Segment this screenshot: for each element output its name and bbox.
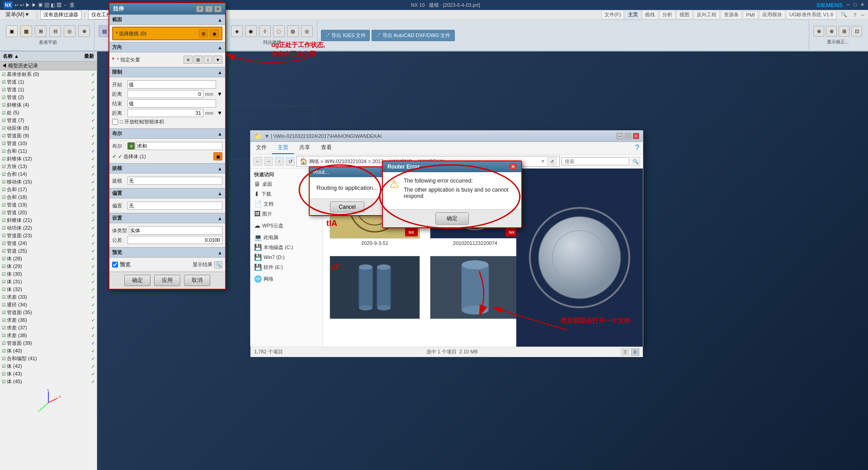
explorer-close-btn[interactable]: ✕ <box>633 133 639 139</box>
tree-item-9[interactable]: ☑ 管道面 (9) ✓ <box>0 132 97 140</box>
tree-item-30[interactable]: ☑ 体 (30) ✓ <box>0 270 97 278</box>
section-header-direction[interactable]: 方向 ▲ <box>109 42 225 52</box>
display-btn-1[interactable]: ⊕ <box>813 26 824 37</box>
section-header-cutmian[interactable]: 截面 ▲ <box>109 14 225 25</box>
select-curve-box[interactable]: * 选择曲线 (0) ⊞ ◉ <box>112 27 222 40</box>
back-button[interactable]: ← <box>253 157 262 166</box>
section-header-limit[interactable]: 限制 ▲ <box>109 67 225 77</box>
dialog-help-button[interactable]: ? <box>196 6 203 12</box>
router-ok-button[interactable]: 确定 <box>435 212 469 225</box>
up-button[interactable]: ↑ <box>275 157 284 166</box>
sidebar-item-wps[interactable]: ☁ WPS云盘 <box>252 221 321 230</box>
tree-item-29[interactable]: ☑ 体 (29) ✓ <box>0 263 97 270</box>
ribbon-tab-reverse[interactable]: 反向工程 <box>693 10 720 19</box>
tree-item-24[interactable]: ☑ 管道 (24) ✓ <box>0 240 97 247</box>
tree-item-33[interactable]: ☑ 求差 (33) ✓ <box>0 293 97 301</box>
tree-item-34[interactable]: ☑ 通径 (34) ✓ <box>0 301 97 309</box>
refresh-addr-btn[interactable]: ↺ <box>547 157 557 165</box>
tree-item-2[interactable]: ☑ 管道 (1) ✓ <box>0 86 97 94</box>
open-checkbox[interactable] <box>112 119 118 125</box>
tree-item-5[interactable]: ☑ 处 (5) ✓ <box>0 109 97 117</box>
ribbon-tab-curve[interactable]: 曲线 <box>642 10 658 19</box>
bool-select[interactable]: 求和 <box>136 142 222 150</box>
toolbar-btn-2[interactable]: ▦ <box>20 25 32 37</box>
tree-item-10[interactable]: ☑ 管道 (10) ✓ <box>0 140 97 147</box>
tree-item-36[interactable]: ☑ 求差 (36) ✓ <box>0 316 97 324</box>
tree-item-7[interactable]: ☑ 管道 (7) ✓ <box>0 117 97 124</box>
ribbon-tab-view[interactable]: 视图 <box>676 10 693 19</box>
tree-item-28[interactable]: ☑ 体 (28) ✓ <box>0 255 97 263</box>
explorer-tab-share[interactable]: 共享 <box>294 142 316 154</box>
ribbon-tab-app[interactable]: 应用模块 <box>759 10 785 19</box>
tree-item-41[interactable]: ☑ 合和编型 (41) ✓ <box>0 355 97 362</box>
search-input[interactable] <box>561 157 629 165</box>
file-item-4[interactable] <box>427 253 516 322</box>
start-dist-input[interactable] <box>127 90 203 98</box>
sidebar-item-mypc[interactable]: 💻 此电脑 <box>252 232 321 242</box>
explorer-minimize-btn[interactable]: ─ <box>617 133 623 139</box>
display-btn-4[interactable]: ⊡ <box>851 26 862 37</box>
menu-item-main[interactable]: 菜单(M)▼ <box>2 10 33 19</box>
toolbar-btn-20[interactable]: ◍ <box>287 25 299 37</box>
dialog-close-button[interactable]: ✕ <box>214 6 222 12</box>
explorer-help-btn[interactable]: ? <box>632 142 643 154</box>
ribbon-export-iges[interactable]: ↗ 导出 IGES 文件 <box>321 30 370 41</box>
maximize-button[interactable]: □ <box>854 2 857 9</box>
cancel-button[interactable]: 取消 <box>184 275 210 286</box>
explorer-tab-file[interactable]: 文件 <box>250 142 272 154</box>
view-list-btn[interactable]: ☰ <box>621 348 629 356</box>
ribbon-tab-home[interactable]: 主页 <box>625 10 641 19</box>
display-btn-3[interactable]: ⊞ <box>839 26 849 37</box>
tree-item-40[interactable]: ☑ 体 (40) ✓ <box>0 347 97 355</box>
apply-button[interactable]: 应用 <box>154 275 180 286</box>
tree-item-17[interactable]: ☑ 合和 (17) ✓ <box>0 186 97 193</box>
sidebar-item-network[interactable]: 🌐 网络 <box>252 274 321 284</box>
tree-item-15[interactable]: ☑ 移动体 (15) ✓ <box>0 178 97 186</box>
ribbon-tab-resource[interactable]: 资源条 <box>721 10 742 19</box>
forward-button[interactable]: → <box>264 157 273 166</box>
tree-item-0[interactable]: ☑ 基准坐标系 (0) ✓ <box>0 70 97 78</box>
toolbar-btn-4[interactable]: ⊟ <box>49 25 61 37</box>
tree-item-22[interactable]: ☑ 动功体 (22) ✓ <box>0 224 97 232</box>
tree-item-18[interactable]: ☑ 合和 (18) ✓ <box>0 193 97 201</box>
select-curve-btn1[interactable]: ⊞ <box>199 29 208 38</box>
tree-item-19[interactable]: ☑ 管道 (19) ✓ <box>0 201 97 209</box>
filter-dropdown[interactable]: 没有选择过滤器 <box>40 10 81 19</box>
section-header-preview[interactable]: 预览 ▲ <box>109 247 225 258</box>
tree-item-1[interactable]: ☑ 管道 (1) ✓ <box>0 78 97 86</box>
tree-item-20[interactable]: ☑ 管道 (20) ✓ <box>0 209 97 216</box>
view-grid-btn[interactable]: ⊞ <box>631 348 639 356</box>
toolbar-btn-17[interactable]: ◉ <box>245 25 257 37</box>
vector-btn-z[interactable]: ↕ <box>203 56 212 64</box>
select-body-btn[interactable]: ▣ <box>213 152 222 160</box>
tree-item-14[interactable]: ☑ 合和 (14) ✓ <box>0 170 97 178</box>
tree-item-23[interactable]: ☑ 管道面 (23) ✓ <box>0 232 97 240</box>
model-root[interactable]: ◀ 模型历史记录 <box>0 61 97 70</box>
section-header-bool[interactable]: 布尔 ▲ <box>109 128 225 139</box>
ribbon-tab-pmi[interactable]: PMI <box>743 11 758 19</box>
tree-item-11[interactable]: ☑ 合和 (11) ✓ <box>0 147 97 155</box>
end-dist-input[interactable] <box>127 109 203 117</box>
offset-select[interactable]: 无 <box>127 202 222 210</box>
section-header-settings[interactable]: 设置 ▲ <box>109 213 225 223</box>
toolbar-btn-3[interactable]: ⊞ <box>35 25 47 37</box>
ribbon-help[interactable]: ? <box>852 11 858 19</box>
toolbar-btn-19[interactable]: ◌ <box>273 25 285 37</box>
ribbon-minimize[interactable]: ─ <box>859 11 866 19</box>
tree-item-8[interactable]: ☑ 动应体 (8) ✓ <box>0 124 97 132</box>
router-error-close-btn[interactable]: ✕ <box>509 164 517 170</box>
tree-item-43[interactable]: ☑ 体 (43) ✓ <box>0 370 97 378</box>
tree-item-12[interactable]: ☑ 斜锥体 (12) ✓ <box>0 155 97 163</box>
sidebar-item-drive-c[interactable]: 💾 本地磁盘 (C:) <box>252 242 321 252</box>
tree-item-32[interactable]: ☑ 体 (32) ✓ <box>0 286 97 293</box>
section-header-offset[interactable]: 偏置 ▲ <box>109 188 225 198</box>
ribbon-export-dxf[interactable]: ↗ 导出 AutoCAD DXF/DWG 文件 <box>372 30 454 41</box>
draft-select[interactable]: 无 <box>127 177 222 185</box>
toolbar-btn-18[interactable]: ◊ <box>259 25 271 37</box>
explorer-tab-view[interactable]: 查看 <box>316 142 337 154</box>
sidebar-item-drive-d[interactable]: 💾 Win7 (D:) <box>252 252 321 262</box>
search-button[interactable]: 🔍 <box>631 157 640 166</box>
close-button[interactable]: ✕ <box>860 2 864 9</box>
vector-btn-more[interactable]: ▼ <box>213 56 222 64</box>
tree-item-38[interactable]: ☑ 求差 (38) ✓ <box>0 332 97 339</box>
